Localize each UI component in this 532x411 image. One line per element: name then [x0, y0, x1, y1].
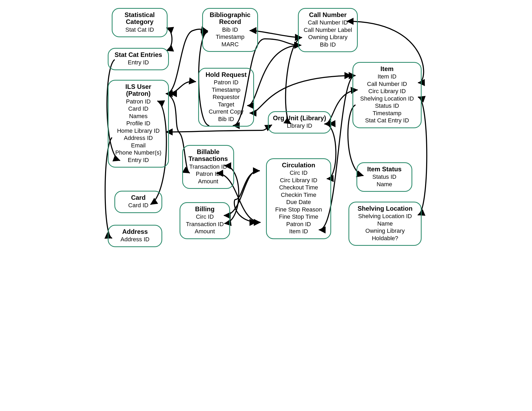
- entity-field: Circ ID: [271, 169, 327, 177]
- entity-title: Shelving Location: [353, 205, 417, 212]
- entity-field: Bib ID: [302, 41, 353, 48]
- entity-field: Patron ID: [112, 98, 164, 105]
- entity-field: Card ID: [112, 105, 164, 113]
- entity-field: MARC: [207, 41, 253, 48]
- entity-field: Shelving Location ID: [357, 95, 417, 102]
- entity-field: Home Library ID: [112, 127, 164, 135]
- entity-field: Checkout Time: [271, 184, 327, 191]
- entity-field: Status ID: [361, 173, 408, 181]
- entity-field: Card ID: [119, 202, 158, 209]
- entity-field: Shelving Location ID: [353, 213, 417, 220]
- entity-field: Call Number Label: [302, 26, 353, 34]
- entity-field: Bib ID: [207, 26, 253, 34]
- entity-field: Name: [353, 220, 417, 227]
- entity-title: Billing: [184, 206, 226, 213]
- entity-field: Timestamp: [203, 86, 250, 94]
- entity-bib-record: Bibliographic Record Bib ID Timestamp MA…: [202, 8, 258, 52]
- entity-field: Due Date: [271, 198, 327, 206]
- entity-field: Stat Cat Entry ID: [357, 117, 417, 124]
- entity-field: Entry ID: [112, 59, 164, 66]
- entity-field: Item ID: [271, 228, 327, 235]
- entity-title: Item: [357, 65, 417, 72]
- entity-field: Patron ID: [187, 170, 230, 178]
- entity-field: Circ Library ID: [271, 177, 327, 184]
- entity-field: Stat Cat ID: [116, 26, 163, 34]
- entity-address: Address Address ID: [108, 225, 162, 247]
- entity-statistical-category: Statistical Category Stat Cat ID: [112, 8, 168, 37]
- entity-field: Circ Library ID: [357, 88, 417, 95]
- entity-stat-cat-entries: Stat Cat Entries Entry ID: [108, 48, 169, 70]
- entity-item: Item Item ID Call Number ID Circ Library…: [352, 62, 422, 128]
- entity-title: Statistical Category: [116, 11, 163, 26]
- entity-field: Patron ID: [271, 221, 327, 228]
- diagram-canvas: Statistical Category Stat Cat ID Stat Ca…: [100, 0, 432, 257]
- entity-field: Library ID: [272, 122, 327, 130]
- entity-field: Amount: [184, 228, 226, 235]
- entity-field: Requestor: [203, 93, 250, 101]
- entity-call-number: Call Number Call Number ID Call Number L…: [298, 8, 358, 52]
- entity-field: Name: [361, 181, 408, 188]
- entity-title: Org Unit (Library): [272, 115, 327, 122]
- entity-field: Names: [112, 113, 164, 120]
- entity-field: Profile ID: [112, 120, 164, 127]
- entity-field: Holdable?: [353, 235, 417, 242]
- entity-field: Call Number ID: [357, 80, 417, 88]
- entity-title: Billable Transactions: [187, 148, 230, 163]
- entity-field: Timestamp: [207, 33, 253, 41]
- entity-field: Timestamp: [357, 110, 417, 117]
- entity-field: Owning Library: [302, 34, 353, 41]
- entity-field: Phone Number(s): [112, 149, 164, 156]
- entity-title: Hold Request: [203, 71, 250, 78]
- entity-field: Email: [112, 142, 164, 149]
- entity-field: Checkin Time: [271, 191, 327, 199]
- entity-field: Fine Stop Time: [271, 213, 327, 221]
- entity-title: Stat Cat Entries: [112, 51, 164, 58]
- entity-billable-tx: Billable Transactions Transaction ID Pat…: [182, 145, 234, 189]
- entity-title: Circulation: [271, 162, 327, 169]
- entity-title: ILS User (Patron): [112, 83, 164, 97]
- entity-field: Call Number ID: [302, 19, 353, 26]
- entity-title: Card: [119, 194, 158, 201]
- entity-field: Amount: [187, 178, 230, 185]
- entity-title: Bibliographic Record: [207, 11, 253, 26]
- entity-item-status: Item Status Status ID Name: [356, 162, 412, 192]
- entity-field: Fine Stop Reason: [271, 206, 327, 213]
- entity-field: Circ ID: [184, 213, 226, 221]
- entity-org-unit: Org Unit (Library) Library ID: [268, 111, 331, 134]
- entity-title: Item Status: [361, 166, 408, 173]
- entity-card: Card Card ID: [114, 191, 162, 213]
- entity-title: Call Number: [302, 11, 353, 18]
- entity-field: Status ID: [357, 102, 417, 110]
- entity-field: Current Copy: [203, 108, 250, 115]
- entity-field: Target: [203, 101, 250, 108]
- entity-title: Address: [112, 228, 158, 235]
- entity-field: Patron ID: [203, 79, 250, 86]
- entity-field: Owning Library: [353, 227, 417, 235]
- entity-ils-user: ILS User (Patron) Patron ID Card ID Name…: [108, 80, 169, 168]
- entity-field: Transaction ID: [184, 221, 226, 228]
- entity-field: Item ID: [357, 73, 417, 80]
- entity-hold-request: Hold Request Patron ID Timestamp Request…: [198, 68, 254, 127]
- entity-shelving-location: Shelving Location Shelving Location ID N…: [348, 202, 422, 246]
- entity-field: Transaction ID: [187, 163, 230, 171]
- entity-field: Bib ID: [203, 115, 250, 123]
- entity-circulation: Circulation Circ ID Circ Library ID Chec…: [266, 158, 331, 239]
- entity-billing: Billing Circ ID Transaction ID Amount: [180, 202, 230, 239]
- entity-field: Entry ID: [112, 156, 164, 164]
- entity-field: Address ID: [112, 236, 158, 243]
- entity-field: Address ID: [112, 134, 164, 142]
